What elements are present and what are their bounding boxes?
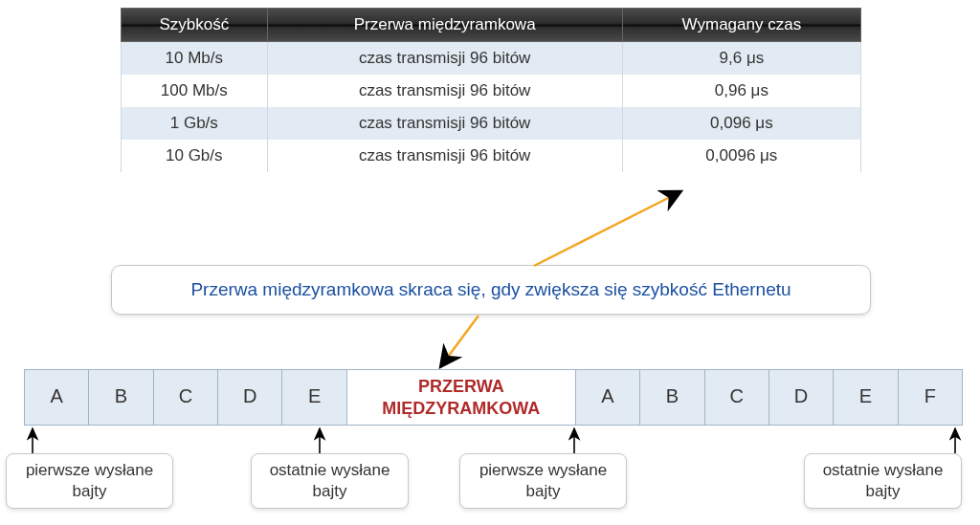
cell-gap: czas transmisji 96 bitów — [267, 140, 622, 172]
cell-gap: czas transmisji 96 bitów — [267, 75, 622, 107]
label-line2: bajty — [816, 481, 949, 502]
cell-time: 0,96 μs — [622, 75, 860, 107]
byte-cell: D — [768, 369, 834, 426]
label-line2: bajty — [18, 481, 161, 502]
byte-cell: F — [898, 369, 963, 426]
th-speed: Szybkość — [122, 9, 268, 42]
cell-gap: czas transmisji 96 bitów — [267, 107, 622, 140]
table-row: 100 Mb/s czas transmisji 96 bitów 0,96 μ… — [122, 75, 861, 107]
byte-cell: C — [153, 369, 218, 426]
cell-time: 0,096 μs — [622, 107, 860, 140]
label-first-sent-bytes-2: pierwsze wysłane bajty — [459, 453, 627, 509]
cell-time: 0,0096 μs — [622, 140, 860, 172]
gap-line1: PRZERWA — [351, 376, 571, 398]
table-row: 10 Gb/s czas transmisji 96 bitów 0,0096 … — [122, 140, 861, 172]
cell-speed: 1 Gb/s — [122, 107, 268, 140]
label-first-sent-bytes-1: pierwsze wysłane bajty — [6, 453, 173, 509]
label-last-sent-bytes-2: ostatnie wysłane bajty — [804, 453, 962, 509]
table-row: 1 Gb/s czas transmisji 96 bitów 0,096 μs — [122, 107, 861, 140]
label-line1: ostatnie wysłane — [263, 460, 396, 481]
byte-cell: C — [704, 369, 769, 426]
th-gap: Przerwa międzyramkowa — [267, 9, 622, 42]
cell-speed: 10 Gb/s — [122, 140, 268, 172]
label-line2: bajty — [263, 481, 396, 502]
label-last-sent-bytes-1: ostatnie wysłane bajty — [251, 453, 409, 509]
callout-text: Przerwa międzyramkowa skraca się, gdy zw… — [111, 265, 871, 315]
interframe-gap-box: PRZERWA MIĘDZYRAMKOWA — [346, 369, 576, 426]
cell-time: 9,6 μs — [622, 42, 860, 76]
cell-gap: czas transmisji 96 bitów — [267, 42, 622, 76]
gap-line2: MIĘDZYRAMKOWA — [351, 398, 571, 420]
frame-sequence: A B C D E PRZERWA MIĘDZYRAMKOWA A B C D … — [25, 369, 963, 426]
label-line1: ostatnie wysłane — [816, 460, 949, 481]
ifg-table: Szybkość Przerwa międzyramkowa Wymagany … — [121, 8, 861, 172]
label-line1: pierwsze wysłane — [472, 460, 614, 481]
table-row: 10 Mb/s czas transmisji 96 bitów 9,6 μs — [122, 42, 861, 76]
byte-cell: A — [575, 369, 640, 426]
byte-cell: E — [281, 369, 346, 426]
label-line1: pierwsze wysłane — [18, 460, 161, 481]
th-time: Wymagany czas — [622, 9, 860, 42]
byte-cell: D — [217, 369, 282, 426]
byte-cell: E — [833, 369, 898, 426]
svg-line-1 — [440, 316, 479, 367]
byte-cell: A — [24, 369, 89, 426]
svg-line-0 — [534, 191, 681, 266]
cell-speed: 100 Mb/s — [122, 75, 268, 107]
byte-cell: B — [88, 369, 153, 426]
byte-cell: B — [639, 369, 704, 426]
label-line2: bajty — [472, 481, 614, 502]
cell-speed: 10 Mb/s — [122, 42, 268, 76]
